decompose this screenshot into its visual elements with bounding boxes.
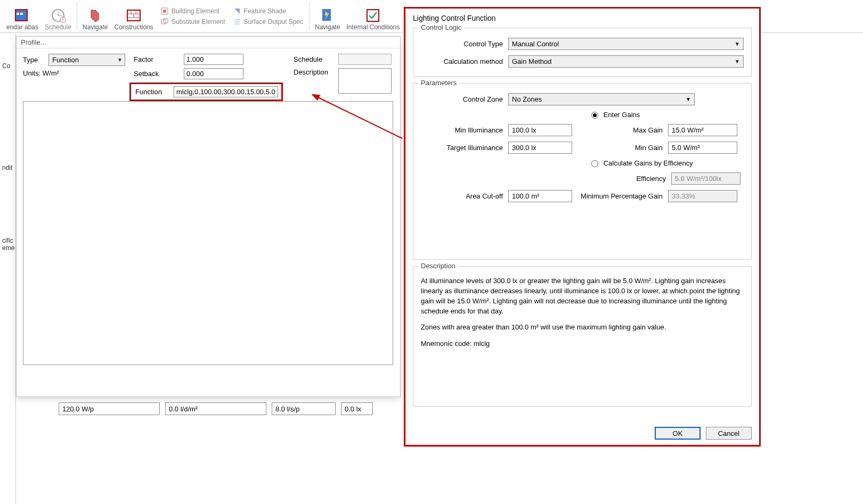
lighting-control-dialog: Lighting Control Function Control Logic … (404, 7, 761, 447)
calc-gains-eff-radio-row[interactable]: Calculate Gains by Efficiency (591, 159, 744, 167)
svg-rect-1 (17, 13, 19, 15)
brick-icon (125, 7, 142, 24)
schedule-label: Schedule (294, 55, 338, 63)
substitute-element-button[interactable]: Substitute Element (159, 17, 227, 27)
calendar-button[interactable]: endar abas (3, 0, 42, 32)
chevron-down-icon: ▼ (686, 96, 691, 102)
control-zone-dropdown[interactable]: No Zones ▼ (508, 93, 695, 105)
max-gain-input[interactable] (668, 124, 737, 136)
target-illum-input[interactable] (508, 142, 572, 154)
building-element-button[interactable]: Building Element (159, 6, 227, 16)
min-illum-label: Min Illuminance (421, 126, 508, 134)
navigate-constructions-button[interactable]: Navigate (79, 0, 111, 32)
internal-conditions-button[interactable]: Internal Conditions (343, 0, 403, 32)
calc-gains-eff-radio-label: Calculate Gains by Efficiency (604, 159, 693, 167)
parameters-group: Parameters Control Zone No Zones ▼ Enter… (413, 83, 752, 260)
max-gain-label: Max Gain (572, 126, 668, 134)
constructions-label: Constructions (114, 24, 153, 31)
internal-conditions-label: Internal Conditions (346, 24, 400, 31)
control-type-value: Manual Control (512, 40, 559, 48)
efficiency-label: Efficiency (575, 175, 671, 183)
units-label: Units: W/m² (23, 69, 134, 77)
chevron-down-icon: ▼ (735, 59, 740, 64)
calendar-icon (14, 7, 31, 24)
clock-icon: + (50, 7, 67, 24)
navigate-label-2: Navigate (315, 24, 340, 31)
dialog-button-row: OK Cancel (655, 427, 752, 440)
bottom-values-row: 120.0 W/p 0.0 l/d/m² 8.0 l/s/p 0.0 lx (59, 402, 373, 415)
svg-rect-2 (20, 13, 23, 15)
radio-icon (591, 112, 598, 119)
min-gain-label: Min Gain (572, 144, 668, 152)
calc-method-value: Gain Method (512, 57, 551, 65)
svg-text:+: + (61, 17, 64, 22)
sidebar-fragment: Co (2, 62, 10, 70)
min-pct-gain-label: Minimum Percentage Gain (572, 192, 668, 200)
surface-tools-group: Feature Shade Surface Output Spec (229, 0, 307, 32)
description-paragraph-3: Mnemonic code: mlclg (421, 339, 744, 349)
description-paragraph-1: At illuminance levels of 300.0 lx or gre… (421, 276, 744, 316)
sidebar-fragment: ndit (2, 164, 12, 171)
factor-input[interactable] (184, 54, 243, 65)
function-row-highlight: Function (129, 82, 283, 101)
target-illum-label: Target Illuminance (421, 144, 508, 152)
schedule-button[interactable]: + Schedule (42, 0, 75, 32)
feature-shade-label: Feature Shade (244, 7, 286, 15)
ok-button[interactable]: OK (655, 427, 701, 440)
profile-chart-area (23, 101, 393, 365)
cancel-button[interactable]: Cancel (706, 427, 752, 440)
constructions-button[interactable]: Constructions (111, 0, 156, 32)
dialog-title: Lighting Control Function (413, 14, 752, 22)
calendar-label: endar abas (6, 24, 38, 31)
value-box-wp[interactable]: 120.0 W/p (59, 402, 160, 415)
setback-input[interactable] (184, 68, 243, 79)
ribbon-separator (77, 2, 77, 30)
sidebar-fragment: cific eme (2, 237, 14, 252)
description-input[interactable] (338, 68, 392, 94)
element-tools-group: Building Element Substitute Element (157, 0, 229, 32)
type-value: Function (52, 56, 79, 64)
schedule-slot[interactable] (338, 54, 392, 65)
surface-output-label: Surface Output Spec (244, 18, 303, 26)
value-box-ldm[interactable]: 0.0 l/d/m² (165, 402, 266, 415)
calc-method-dropdown[interactable]: Gain Method ▼ (508, 55, 744, 68)
chevron-down-icon: ▼ (117, 57, 123, 63)
min-pct-gain-input (668, 190, 737, 202)
radio-icon (591, 160, 598, 167)
svg-rect-0 (15, 10, 27, 21)
function-label: Function (131, 88, 174, 96)
building-element-label: Building Element (172, 7, 219, 15)
min-illum-input[interactable] (508, 124, 572, 136)
area-cutoff-input[interactable] (508, 190, 572, 202)
parameters-group-title: Parameters (419, 79, 459, 87)
navigate-icon (87, 7, 104, 24)
surface-output-icon (233, 18, 241, 26)
value-box-lsp[interactable]: 8.0 l/s/p (272, 402, 336, 415)
feature-shade-button[interactable]: Feature Shade (231, 6, 305, 16)
calc-method-label: Calculation method (421, 57, 508, 65)
navigate-bolt-icon (319, 7, 336, 24)
setback-label: Setback (134, 70, 184, 78)
area-cutoff-label: Area Cut-off (421, 192, 508, 200)
function-input[interactable] (174, 86, 278, 97)
control-zone-label: Control Zone (421, 95, 508, 103)
type-dropdown[interactable]: Function ▼ (48, 54, 125, 66)
enter-gains-radio-row[interactable]: Enter Gains (591, 111, 744, 119)
value-box-lx[interactable]: 0.0 lx (341, 402, 373, 415)
building-element-icon (160, 7, 169, 15)
schedule-label: Schedule (45, 24, 71, 31)
svg-rect-22 (367, 10, 379, 21)
control-type-dropdown[interactable]: Manual Control ▼ (508, 38, 744, 50)
profile-window-title: Profile... (17, 37, 400, 48)
description-group: Description At illuminance levels of 300… (413, 266, 752, 407)
svg-rect-15 (163, 10, 166, 13)
description-group-title: Description (419, 262, 458, 270)
ribbon-separator (309, 2, 310, 30)
left-sidebar-strip: Co ndit cific eme (0, 33, 16, 504)
substitute-element-label: Substitute Element (172, 18, 225, 26)
min-gain-input[interactable] (668, 142, 737, 154)
surface-output-button[interactable]: Surface Output Spec (231, 17, 305, 27)
efficiency-input (671, 172, 740, 185)
navigate-conditions-button[interactable]: Navigate (312, 0, 343, 32)
navigate-label: Navigate (83, 24, 108, 31)
